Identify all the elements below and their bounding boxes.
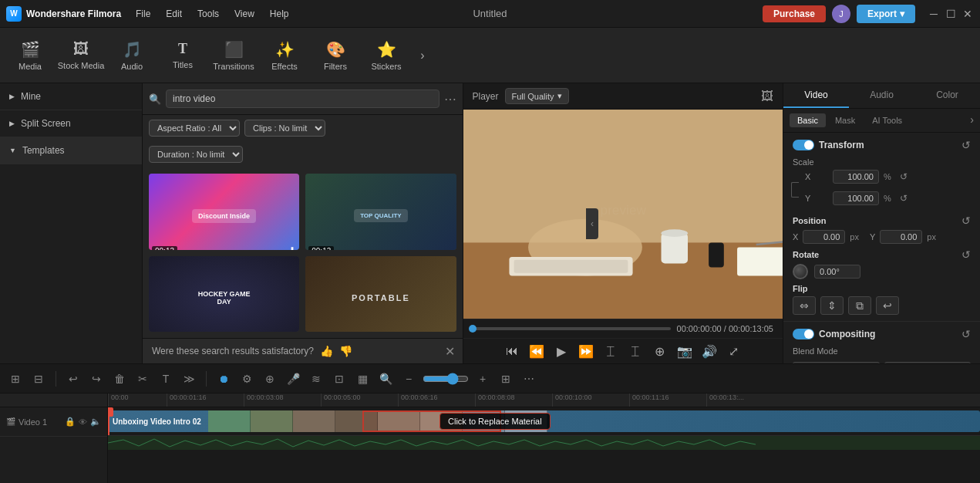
tl-more-button[interactable]: ≫ bbox=[180, 370, 198, 388]
tl-audio-button[interactable]: 🎤 bbox=[284, 370, 302, 388]
replace-material-tooltip[interactable]: Click to Replace Material bbox=[439, 413, 551, 430]
tl-zoom-in-button[interactable]: 🔍 bbox=[376, 370, 395, 388]
rotate-knob[interactable] bbox=[793, 264, 808, 279]
mark-out-button[interactable]: ⌶ bbox=[626, 342, 645, 360]
scale-x-input[interactable] bbox=[833, 170, 879, 184]
preview-more-icon[interactable]: 🖼 bbox=[761, 90, 773, 103]
template-card-2[interactable]: TOP QUALITY 00:13 Unboxing Video Intro 0… bbox=[305, 174, 456, 250]
frame-forward-button[interactable]: ⏩ bbox=[577, 342, 595, 360]
tl-volume-plus-button[interactable]: + bbox=[473, 370, 492, 388]
tl-record-button[interactable]: ⏺ bbox=[214, 370, 233, 388]
toolbar-more-button[interactable]: › bbox=[413, 46, 432, 65]
transform-toggle[interactable] bbox=[793, 140, 814, 150]
flip-vertical-button[interactable]: ⇕ bbox=[820, 296, 844, 315]
volume-slider[interactable] bbox=[423, 373, 469, 385]
tl-settings-button[interactable]: ⋯ bbox=[520, 370, 538, 388]
minimize-button[interactable]: ─ bbox=[928, 8, 940, 20]
scale-y-reset[interactable]: ↺ bbox=[900, 193, 908, 204]
compositing-toggle[interactable] bbox=[793, 329, 814, 339]
tl-scene-detect-button[interactable]: ⊞ bbox=[6, 370, 25, 388]
flip-copy-button[interactable]: ⧉ bbox=[848, 296, 871, 315]
tl-redo-button[interactable]: ↪ bbox=[87, 370, 106, 388]
flip-reset-button[interactable]: ↩ bbox=[876, 296, 899, 315]
subtab-ai-tools[interactable]: AI Tools bbox=[864, 113, 910, 127]
duration-filter[interactable]: Duration : No limit bbox=[149, 146, 243, 163]
search-options-button[interactable]: ⋯ bbox=[444, 92, 456, 106]
rotate-value-input[interactable] bbox=[814, 265, 860, 279]
template-card-4[interactable]: PORTABLE Portable bbox=[305, 256, 456, 333]
tool-media[interactable]: 🎬 Media bbox=[6, 32, 54, 79]
tl-volume-minus-button[interactable]: − bbox=[399, 370, 418, 388]
keyframe-panel-button[interactable]: Keyframe Panel bbox=[884, 362, 972, 363]
satisfactory-close-button[interactable]: ✕ bbox=[445, 344, 455, 359]
rotate-reset[interactable]: ↺ bbox=[961, 248, 971, 261]
tl-cut-button[interactable]: ✂ bbox=[133, 370, 152, 388]
subtab-mask[interactable]: Mask bbox=[827, 113, 863, 127]
subtab-basic[interactable]: Basic bbox=[790, 113, 826, 127]
tab-audio[interactable]: Audio bbox=[849, 83, 914, 108]
sidebar-item-split-screen[interactable]: ▶ Split Screen bbox=[0, 110, 142, 137]
tool-effects[interactable]: ✨ Effects bbox=[261, 32, 308, 79]
flip-horizontal-button[interactable]: ⇔ bbox=[793, 296, 816, 315]
scale-y-input[interactable] bbox=[833, 191, 879, 205]
scale-x-reset[interactable]: ↺ bbox=[900, 171, 908, 182]
volume-button[interactable]: 🔊 bbox=[700, 342, 719, 360]
tab-video[interactable]: Video bbox=[783, 83, 849, 108]
tool-titles[interactable]: T Titles bbox=[159, 32, 207, 79]
progress-bar[interactable] bbox=[473, 327, 671, 330]
menu-view[interactable]: View bbox=[228, 5, 261, 22]
close-button[interactable]: ✕ bbox=[961, 8, 974, 20]
tool-transitions[interactable]: ⬛ Transitions bbox=[210, 32, 258, 79]
purchase-button[interactable]: Purchase bbox=[763, 5, 826, 22]
skip-start-button[interactable]: ⏮ bbox=[503, 342, 521, 360]
tool-filters[interactable]: 🎨 Filters bbox=[312, 32, 359, 79]
snapshot-button[interactable]: 📷 bbox=[675, 342, 694, 360]
menu-file[interactable]: File bbox=[130, 5, 157, 22]
export-button[interactable]: Export ▾ bbox=[857, 5, 915, 23]
tool-stock-media[interactable]: 🖼 Stock Media bbox=[57, 32, 105, 79]
tool-stickers[interactable]: ⭐ Stickers bbox=[362, 32, 410, 79]
maximize-button[interactable]: ☐ bbox=[945, 8, 957, 20]
tl-audio-wave-button[interactable]: ≋ bbox=[307, 370, 325, 388]
compositing-reset-icon[interactable]: ↺ bbox=[961, 328, 971, 340]
reset-button[interactable]: Reset bbox=[793, 362, 880, 363]
timeline-playhead[interactable] bbox=[108, 407, 109, 435]
avatar[interactable]: J bbox=[832, 5, 850, 23]
tl-title-button[interactable]: T bbox=[157, 370, 175, 388]
subtabs-more-icon[interactable]: › bbox=[970, 113, 974, 127]
quality-selector[interactable]: Full Quality ▾ bbox=[505, 88, 569, 104]
thumbs-down-button[interactable]: 👎 bbox=[339, 345, 352, 357]
tab-color[interactable]: Color bbox=[914, 83, 980, 108]
frame-back-button[interactable]: ⏪ bbox=[527, 342, 546, 360]
template-card-3[interactable]: HOCKEY GAMEDAY Hockey Game Day bbox=[149, 256, 299, 333]
position-reset[interactable]: ↺ bbox=[961, 214, 971, 227]
search-input[interactable] bbox=[166, 90, 439, 108]
transform-reset-icon[interactable]: ↺ bbox=[961, 139, 971, 151]
tl-stabilize-button[interactable]: ⊕ bbox=[261, 370, 279, 388]
pos-x-input[interactable] bbox=[803, 230, 845, 244]
tl-scene-button[interactable]: ⊡ bbox=[330, 370, 349, 388]
tl-grid-button[interactable]: ⊞ bbox=[497, 370, 515, 388]
tl-screen-button[interactable]: ▦ bbox=[353, 370, 372, 388]
aspect-ratio-filter[interactable]: Aspect Ratio : All bbox=[149, 120, 240, 137]
template-card-1[interactable]: Discount Inside 00:13 ⬇ Unboxing Video I… bbox=[149, 174, 299, 250]
add-to-timeline-button[interactable]: ⊕ bbox=[651, 342, 669, 360]
track-mute-button[interactable]: 🔈 bbox=[90, 417, 101, 427]
video-clip-1[interactable]: Unboxing Video Intro 02 bbox=[108, 410, 980, 432]
tl-delete-button[interactable]: 🗑 bbox=[110, 370, 129, 388]
track-eye-button[interactable]: 👁 bbox=[79, 417, 87, 427]
tl-speed-button[interactable]: ⚙ bbox=[237, 370, 256, 388]
tl-undo-button[interactable]: ↩ bbox=[64, 370, 83, 388]
mark-in-button[interactable]: ⌶ bbox=[601, 342, 620, 360]
menu-tools[interactable]: Tools bbox=[191, 5, 225, 22]
sidebar-item-mine[interactable]: ▶ Mine bbox=[0, 83, 142, 110]
panel-collapse-arrow[interactable]: ‹ bbox=[586, 208, 598, 239]
tool-audio[interactable]: 🎵 Audio bbox=[108, 32, 156, 79]
thumbs-up-button[interactable]: 👍 bbox=[320, 345, 333, 357]
clips-filter[interactable]: Clips : No limit bbox=[244, 120, 325, 137]
menu-edit[interactable]: Edit bbox=[160, 5, 188, 22]
fullscreen-button[interactable]: ⤢ bbox=[725, 342, 743, 360]
track-lock-button[interactable]: 🔒 bbox=[65, 417, 76, 427]
play-button[interactable]: ▶ bbox=[552, 342, 571, 360]
pos-y-input[interactable] bbox=[880, 230, 922, 244]
